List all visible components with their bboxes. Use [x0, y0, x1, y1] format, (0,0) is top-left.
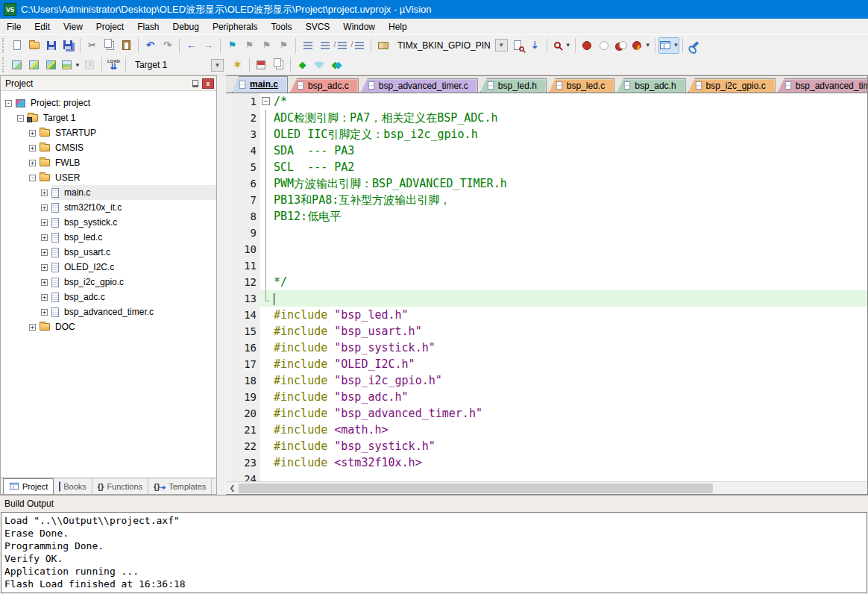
configuration-wrench-button[interactable]	[686, 37, 703, 54]
dock-tab-books[interactable]: Books	[54, 478, 92, 494]
symbol-search-combo[interactable]: TIMx_BKIN_GPIO_PIN▼	[393, 38, 508, 53]
scroll-left-arrow-icon[interactable]: ❮	[226, 483, 239, 494]
code-line-23[interactable]: 23#include <stm32f10x.h>	[226, 454, 867, 471]
code-line-13[interactable]: 13	[226, 290, 867, 307]
dock-tab-project[interactable]: Project	[3, 478, 54, 494]
dock-tab-functions[interactable]: {}Functions	[92, 478, 148, 494]
tree-expander-icon[interactable]: -	[17, 115, 24, 122]
menu-help[interactable]: Help	[382, 19, 414, 34]
menu-window[interactable]: Window	[336, 19, 382, 34]
dock-tab-templates[interactable]: {}➜Templates	[148, 478, 212, 494]
redo-button[interactable]: ↷	[159, 37, 176, 54]
dropdown-arrow-icon[interactable]: ▼	[565, 42, 571, 49]
tree-item-bsp-led-c[interactable]: +bsp_led.c	[1, 230, 216, 245]
insert-breakpoint-button[interactable]	[579, 37, 596, 54]
tree-item-bsp-i2c-gpio-c[interactable]: +bsp_i2c_gpio.c	[1, 275, 216, 290]
tree-expander-icon[interactable]: +	[41, 294, 48, 301]
close-panel-button[interactable]: x	[202, 78, 214, 89]
enable-breakpoint-button[interactable]	[596, 37, 613, 54]
tree-item-user[interactable]: -USER	[1, 170, 216, 185]
tree-expander-icon[interactable]: -	[29, 175, 36, 181]
tree-item-bsp-usart-c[interactable]: +bsp_usart.c	[1, 245, 216, 260]
code-line-22[interactable]: 22#include "bsp_systick.h"	[226, 438, 867, 454]
open-folder-button[interactable]	[25, 37, 43, 54]
undo-button[interactable]: ↶	[142, 37, 159, 54]
bookmark-clear-button[interactable]: ⚑	[275, 37, 292, 54]
stop-build-button[interactable]	[81, 57, 98, 73]
code-line-17[interactable]: 17#include "OLED_I2C.h"	[226, 356, 867, 372]
dropdown-arrow-icon[interactable]: ▼	[75, 62, 81, 69]
dropdown-arrow-icon[interactable]: ▼	[673, 42, 679, 49]
tree-expander-icon[interactable]: +	[41, 309, 48, 316]
paste-button[interactable]	[118, 37, 135, 54]
tree-item-bsp-advanced-timer-c[interactable]: +bsp_advanced_timer.c	[1, 304, 216, 319]
navigate-forward-button[interactable]: →	[200, 37, 217, 54]
menu-debug[interactable]: Debug	[166, 19, 206, 34]
target-select-combo[interactable]: Target 1▼	[130, 57, 227, 72]
code-line-20[interactable]: 20#include "bsp_advanced_timer.h"	[226, 405, 867, 422]
editor-tab-bsp-i2c-gpio-c[interactable]: bsp_i2c_gpio.c	[688, 78, 776, 93]
new-file-button[interactable]	[8, 37, 25, 54]
tree-expander-icon[interactable]: +	[29, 324, 36, 331]
code-line-6[interactable]: 6PWM方波输出引脚：BSP_ADVANCED_TIMER.h	[226, 175, 867, 192]
tree-item-oled-i2c-c[interactable]: +OLED_I2C.c	[1, 260, 216, 275]
window-layout-button[interactable]: ▼	[658, 37, 680, 54]
editor-tab-bsp-led-h[interactable]: bsp_led.h	[480, 78, 547, 93]
menu-svcs[interactable]: SVCS	[299, 19, 337, 34]
tree-expander-icon[interactable]: +	[29, 160, 36, 166]
menu-flash[interactable]: Flash	[130, 19, 166, 34]
code-line-4[interactable]: 4SDA --- PA3	[226, 143, 867, 159]
manage-environment-button[interactable]: ◆	[294, 57, 311, 73]
menu-peripherals[interactable]: Peripherals	[206, 19, 265, 34]
batch-build-button[interactable]: ▼	[60, 57, 81, 73]
build-button[interactable]	[25, 57, 43, 73]
tree-expander-icon[interactable]: +	[41, 249, 48, 256]
menu-edit[interactable]: Edit	[28, 19, 57, 34]
function-browse-button[interactable]	[374, 37, 391, 54]
find-in-files-button[interactable]	[509, 37, 526, 54]
cut-button[interactable]: ✂	[84, 37, 101, 54]
menu-tools[interactable]: Tools	[265, 19, 299, 34]
code-editor[interactable]: 1/*2ADC检测引脚：PA7，相关定义在BSP_ADC.h3OLED IIC引…	[226, 93, 867, 481]
bookmark-next-button[interactable]: ⚑	[258, 37, 275, 54]
tree-expander-icon[interactable]: -	[5, 100, 12, 107]
editor-hscrollbar[interactable]: ❮	[226, 481, 867, 494]
build-output-log[interactable]: Load "..\\Output\\project.axf"Erase Done…	[1, 512, 867, 593]
load-flash-button[interactable]: LOAD⇊	[105, 57, 122, 73]
target-options-button[interactable]: ✶	[229, 57, 246, 73]
tree-item-target-1[interactable]: -Target 1	[1, 110, 216, 125]
code-line-1[interactable]: 1/*	[226, 93, 867, 110]
tree-item-bsp-systick-c[interactable]: +bsp_systick.c	[1, 215, 216, 230]
tree-item-fwlb[interactable]: +FWLB	[1, 155, 216, 170]
tree-item-main-c[interactable]: +main.c	[1, 185, 216, 200]
incremental-find-button[interactable]: ⇣	[526, 37, 544, 54]
save-all-button[interactable]	[60, 37, 77, 54]
tree-expander-icon[interactable]: +	[41, 234, 48, 241]
code-line-7[interactable]: 7PB13和PA8:互补型方波输出引脚，	[226, 192, 867, 208]
books-filter-button[interactable]	[311, 57, 328, 73]
kill-all-breakpoints-button[interactable]: ✗▼	[630, 37, 652, 54]
code-line-15[interactable]: 15#include "bsp_usart.h"	[226, 323, 867, 340]
tree-item-doc[interactable]: +DOC	[1, 319, 216, 334]
panel-splitter[interactable]	[217, 75, 226, 495]
uncomment-button[interactable]	[350, 37, 368, 54]
manage-components-button[interactable]	[253, 57, 270, 73]
tree-expander-icon[interactable]: +	[41, 219, 48, 226]
tree-expander-icon[interactable]: +	[41, 264, 48, 271]
code-line-11[interactable]: 11	[226, 257, 867, 274]
bookmark-toggle-button[interactable]: ⚑	[224, 37, 241, 54]
navigate-back-button[interactable]: ←	[183, 37, 200, 54]
code-line-8[interactable]: 8PB12:低电平	[226, 208, 867, 225]
code-line-2[interactable]: 2ADC检测引脚：PA7，相关定义在BSP_ADC.h	[226, 110, 867, 126]
tree-expander-icon[interactable]: +	[29, 145, 36, 151]
tree-expander-icon[interactable]: +	[41, 204, 48, 211]
find-button[interactable]: ▼	[550, 37, 572, 54]
toolbar-grip[interactable]	[2, 38, 6, 53]
editor-tab-main-c[interactable]: main.c	[232, 76, 288, 93]
code-line-18[interactable]: 18#include "bsp_i2c_gpio.h"	[226, 372, 867, 389]
menu-project[interactable]: Project	[89, 19, 130, 34]
code-line-9[interactable]: 9	[226, 225, 867, 241]
code-line-21[interactable]: 21#include <math.h>	[226, 422, 867, 438]
copy-button[interactable]	[101, 37, 118, 54]
save-button[interactable]	[43, 37, 60, 54]
